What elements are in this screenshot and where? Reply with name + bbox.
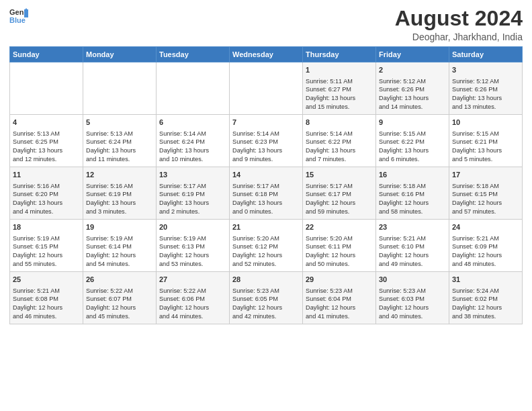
day-content: Sunset: 6:19 PM (159, 190, 226, 199)
day-content: and 15 minutes. (306, 103, 373, 111)
day-content: and 14 minutes. (379, 103, 446, 111)
day-content: and 57 minutes. (452, 208, 519, 216)
day-content: Sunrise: 5:23 AM (306, 287, 373, 295)
day-content: and 53 minutes. (159, 260, 226, 269)
day-content: and 9 minutes. (232, 155, 300, 164)
day-content: Sunrise: 5:23 AM (379, 287, 446, 295)
day-number: 3 (452, 65, 519, 75)
calendar-table: Sunday Monday Tuesday Wednesday Thursday… (9, 46, 523, 324)
day-number: 18 (13, 222, 80, 232)
col-friday: Friday (376, 47, 449, 62)
day-content: Daylight: 12 hours (159, 251, 226, 260)
cell-w2-d0: 4Sunrise: 5:13 AMSunset: 6:25 PMDaylight… (10, 115, 83, 167)
col-tuesday: Tuesday (157, 47, 230, 62)
day-content: Daylight: 12 hours (452, 251, 519, 260)
day-content: Daylight: 13 hours (13, 199, 80, 208)
day-content: and 6 minutes. (379, 155, 446, 164)
day-content: and 12 minutes. (13, 155, 80, 164)
day-content: Sunrise: 5:20 AM (306, 234, 373, 243)
day-number: 2 (379, 65, 446, 75)
col-wednesday: Wednesday (230, 47, 303, 62)
day-content: Sunset: 6:20 PM (13, 190, 80, 199)
cell-w2-d5: 9Sunrise: 5:15 AMSunset: 6:22 PMDaylight… (376, 115, 449, 167)
header-row: Sunday Monday Tuesday Wednesday Thursday… (10, 47, 523, 62)
day-content: Sunrise: 5:17 AM (232, 182, 300, 191)
day-number: 11 (13, 170, 80, 180)
day-content: Sunrise: 5:22 AM (86, 287, 153, 295)
col-sunday: Sunday (10, 47, 83, 62)
day-content: and 3 minutes. (86, 208, 153, 216)
day-content: Daylight: 12 hours (13, 251, 80, 260)
cell-w5-d6: 31Sunrise: 5:24 AMSunset: 6:02 PMDayligh… (449, 272, 523, 324)
day-content: Daylight: 13 hours (86, 199, 153, 208)
col-thursday: Thursday (303, 47, 376, 62)
day-content: and 42 minutes. (232, 312, 300, 321)
day-content: Sunrise: 5:18 AM (379, 182, 446, 191)
day-content: Daylight: 12 hours (379, 304, 446, 312)
day-content: Sunrise: 5:21 AM (13, 287, 80, 295)
day-number: 4 (13, 118, 80, 128)
day-content: Daylight: 13 hours (379, 94, 446, 103)
day-number: 21 (232, 222, 300, 232)
day-number: 31 (452, 275, 519, 285)
cell-w4-d0: 18Sunrise: 5:19 AMSunset: 6:15 PMDayligh… (10, 220, 83, 272)
cell-w2-d2: 6Sunrise: 5:14 AMSunset: 6:24 PMDaylight… (157, 115, 230, 167)
day-content: Sunset: 6:03 PM (379, 295, 446, 304)
day-number: 29 (306, 275, 373, 285)
day-content: Sunset: 6:02 PM (452, 295, 519, 304)
cell-w5-d2: 27Sunrise: 5:22 AMSunset: 6:06 PMDayligh… (157, 272, 230, 324)
day-content: Sunset: 6:26 PM (379, 85, 446, 94)
day-content: Sunrise: 5:16 AM (86, 182, 153, 191)
cell-w5-d4: 29Sunrise: 5:23 AMSunset: 6:04 PMDayligh… (303, 272, 376, 324)
col-saturday: Saturday (449, 47, 523, 62)
day-content: Sunset: 6:24 PM (86, 138, 153, 146)
day-content: Sunset: 6:16 PM (379, 190, 446, 199)
day-content: Sunrise: 5:18 AM (452, 182, 519, 191)
day-content: Sunrise: 5:21 AM (452, 234, 519, 243)
day-content: Sunset: 6:23 PM (232, 138, 300, 146)
day-content: Sunset: 6:24 PM (159, 138, 226, 146)
cell-w1-d1 (83, 62, 157, 115)
day-number: 26 (86, 275, 153, 285)
cell-w1-d0 (10, 62, 83, 115)
cell-w4-d3: 21Sunrise: 5:20 AMSunset: 6:12 PMDayligh… (230, 220, 303, 272)
day-content: and 40 minutes. (379, 312, 446, 321)
day-content: Sunset: 6:13 PM (159, 242, 226, 251)
day-content: Sunset: 6:22 PM (306, 138, 373, 146)
week-row-5: 25Sunrise: 5:21 AMSunset: 6:08 PMDayligh… (10, 272, 523, 324)
day-content: Daylight: 12 hours (13, 304, 80, 312)
day-content: Sunset: 6:18 PM (232, 190, 300, 199)
week-row-2: 4Sunrise: 5:13 AMSunset: 6:25 PMDaylight… (10, 115, 523, 167)
day-content: Daylight: 13 hours (452, 146, 519, 155)
day-content: and 59 minutes. (306, 208, 373, 216)
day-content: Sunset: 6:21 PM (452, 138, 519, 146)
svg-text:Blue: Blue (9, 16, 26, 24)
day-content: Sunset: 6:26 PM (452, 85, 519, 94)
day-number: 8 (306, 118, 373, 128)
cell-w1-d6: 3Sunrise: 5:12 AMSunset: 6:26 PMDaylight… (449, 62, 523, 115)
day-content: Sunset: 6:06 PM (159, 295, 226, 304)
day-content: Sunset: 6:12 PM (232, 242, 300, 251)
day-content: Sunset: 6:17 PM (306, 190, 373, 199)
day-content: Sunrise: 5:21 AM (379, 234, 446, 243)
day-number: 15 (306, 170, 373, 180)
day-content: Sunrise: 5:11 AM (306, 77, 373, 86)
cell-w2-d3: 7Sunrise: 5:14 AMSunset: 6:23 PMDaylight… (230, 115, 303, 167)
day-content: Sunrise: 5:13 AM (86, 130, 153, 138)
cell-w3-d0: 11Sunrise: 5:16 AMSunset: 6:20 PMDayligh… (10, 167, 83, 220)
day-content: and 46 minutes. (13, 312, 80, 321)
day-content: and 54 minutes. (86, 260, 153, 269)
day-content: and 49 minutes. (379, 260, 446, 269)
day-content: and 5 minutes. (452, 155, 519, 164)
day-content: Daylight: 13 hours (159, 199, 226, 208)
day-content: and 44 minutes. (159, 312, 226, 321)
cell-w2-d6: 10Sunrise: 5:15 AMSunset: 6:21 PMDayligh… (449, 115, 523, 167)
day-content: Sunset: 6:15 PM (452, 190, 519, 199)
cell-w5-d3: 28Sunrise: 5:23 AMSunset: 6:05 PMDayligh… (230, 272, 303, 324)
day-content: Daylight: 12 hours (86, 304, 153, 312)
day-content: Daylight: 13 hours (379, 146, 446, 155)
day-content: Daylight: 13 hours (232, 146, 300, 155)
cell-w3-d3: 14Sunrise: 5:17 AMSunset: 6:18 PMDayligh… (230, 167, 303, 220)
day-content: and 7 minutes. (306, 155, 373, 164)
cell-w1-d5: 2Sunrise: 5:12 AMSunset: 6:26 PMDaylight… (376, 62, 449, 115)
